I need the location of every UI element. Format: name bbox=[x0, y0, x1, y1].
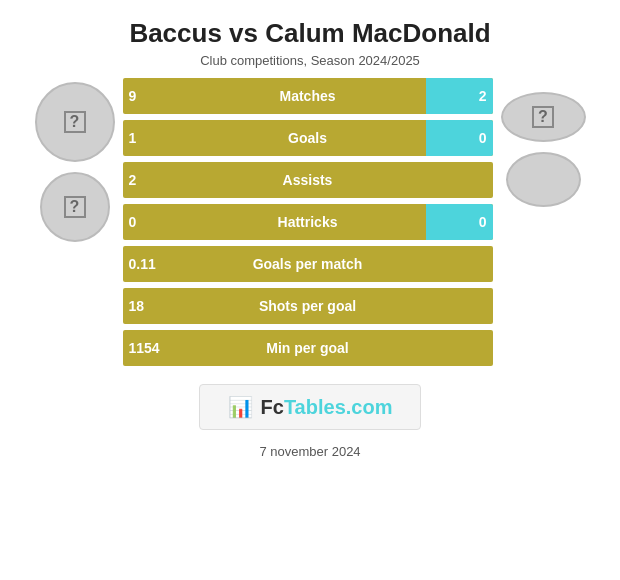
stat-row: 18Shots per goal bbox=[123, 288, 493, 324]
stat-row: 2Assists bbox=[123, 162, 493, 198]
stat-label: Goals bbox=[123, 130, 493, 146]
stat-bar: 1154Min per goal bbox=[123, 330, 493, 366]
stat-row: 1154Min per goal bbox=[123, 330, 493, 366]
stats-block: 9Matches21Goals02Assists0Hattricks00.11G… bbox=[123, 78, 493, 366]
right-avatar-top-qmark: ? bbox=[532, 106, 554, 128]
stat-bar: 0Hattricks0 bbox=[123, 204, 493, 240]
date-label: 7 november 2024 bbox=[259, 444, 360, 459]
right-avatar-top: ? bbox=[501, 92, 586, 142]
left-avatar-bottom: ? bbox=[40, 172, 110, 242]
branding-icon: 📊 bbox=[228, 395, 253, 419]
left-avatar-bottom-qmark: ? bbox=[64, 196, 86, 218]
stat-label: Matches bbox=[123, 88, 493, 104]
branding-text: FcTables.com bbox=[261, 396, 393, 419]
left-avatars: ? ? bbox=[35, 82, 115, 242]
stat-label: Goals per match bbox=[123, 256, 493, 272]
stat-bar: 18Shots per goal bbox=[123, 288, 493, 324]
stat-label: Shots per goal bbox=[123, 298, 493, 314]
stat-label: Min per goal bbox=[123, 340, 493, 356]
left-avatar-top: ? bbox=[35, 82, 115, 162]
page-title: Baccus vs Calum MacDonald bbox=[129, 18, 490, 49]
stat-row: 9Matches2 bbox=[123, 78, 493, 114]
stat-row: 0Hattricks0 bbox=[123, 204, 493, 240]
right-avatar-bottom bbox=[506, 152, 581, 207]
page-subtitle: Club competitions, Season 2024/2025 bbox=[200, 53, 420, 68]
stat-bar: 2Assists bbox=[123, 162, 493, 198]
branding-box: 📊 FcTables.com bbox=[199, 384, 422, 430]
stat-label: Hattricks bbox=[123, 214, 493, 230]
right-avatars: ? bbox=[501, 82, 586, 207]
stat-label: Assists bbox=[123, 172, 493, 188]
left-avatar-top-qmark: ? bbox=[64, 111, 86, 133]
stat-row: 1Goals0 bbox=[123, 120, 493, 156]
stat-bar: 0.11Goals per match bbox=[123, 246, 493, 282]
stat-bar: 1Goals0 bbox=[123, 120, 493, 156]
stat-row: 0.11Goals per match bbox=[123, 246, 493, 282]
stat-bar: 9Matches2 bbox=[123, 78, 493, 114]
